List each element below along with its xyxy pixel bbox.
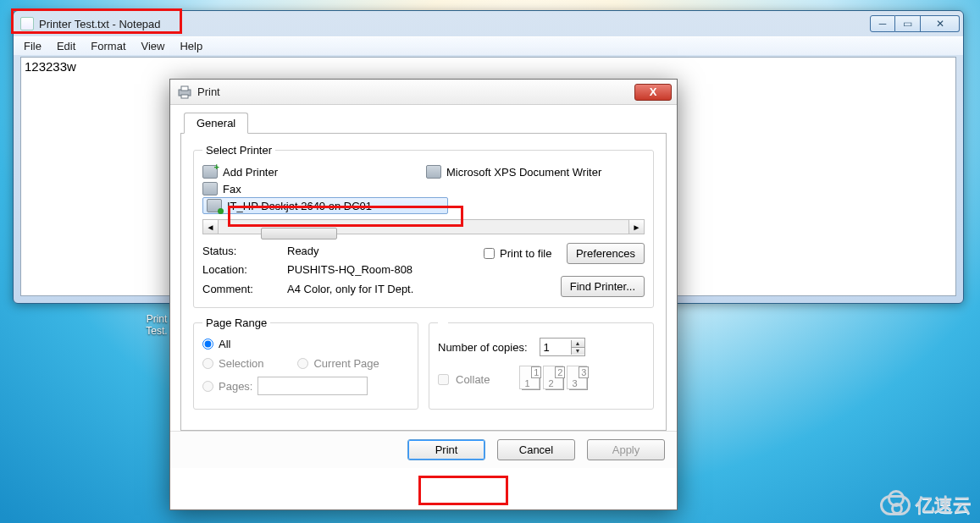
printer-icon (426, 165, 441, 179)
printer-selected[interactable]: IT_HP Deskjet 2640 on DC01 (202, 197, 448, 214)
collate-checkbox (438, 374, 449, 385)
notepad-content: 123233w (25, 59, 76, 74)
label-all: All (219, 338, 230, 350)
group-page-range-legend: Page Range (202, 317, 270, 329)
printer-list-scrollbar[interactable]: ◄ ► (202, 219, 645, 234)
label-selection: Selection (219, 357, 263, 370)
radio-current-page (297, 358, 308, 369)
radio-all-row: All (202, 338, 409, 350)
value-comment: A4 Color, only for IT Dept. (287, 283, 473, 295)
tab-panel-general: Select Printer Add Printer Microsoft XPS… (180, 134, 667, 431)
printer-fax[interactable]: Fax (223, 183, 241, 195)
apply-button: Apply (587, 439, 665, 460)
copies-input[interactable] (540, 339, 571, 355)
svg-rect-2 (181, 95, 188, 98)
svg-rect-1 (181, 86, 188, 91)
radio-pages (202, 381, 213, 392)
preferences-button[interactable]: Preferences (567, 243, 645, 264)
collate-illustration: 11 22 33 (522, 368, 588, 390)
label-copies: Number of copies: (438, 341, 528, 354)
pages-input[interactable] (257, 377, 368, 395)
printer-xps[interactable]: Microsoft XPS Document Writer (446, 166, 601, 179)
scroll-left-icon[interactable]: ◄ (203, 220, 219, 234)
menu-format[interactable]: Format (84, 38, 132, 54)
notepad-menubar: File Edit Format View Help (14, 36, 963, 55)
radio-current-page-row: Current Page (297, 357, 379, 370)
close-button[interactable]: ✕ (921, 15, 960, 32)
label-status: Status: (202, 245, 287, 257)
dialog-action-bar: Print Cancel Apply (170, 431, 677, 468)
label-current-page: Current Page (313, 357, 379, 370)
copies-up-icon[interactable]: ▲ (571, 340, 584, 347)
label-comment: Comment: (202, 283, 287, 295)
label-collate: Collate (456, 373, 490, 386)
print-to-file-checkbox[interactable] (484, 248, 495, 259)
menu-file[interactable]: File (17, 38, 48, 54)
menu-help[interactable]: Help (173, 38, 209, 54)
cloud-icon (880, 495, 911, 515)
radio-all[interactable] (202, 339, 213, 350)
value-status: Ready (287, 245, 473, 257)
notepad-title: Printer Test.txt - Notepad (39, 18, 870, 30)
printer-add[interactable]: Add Printer (223, 166, 278, 179)
radio-pages-row: Pages: (202, 377, 409, 395)
print-dialog-title: Print (197, 85, 634, 98)
group-copies: . Number of copies: ▲ ▼ Col (429, 317, 654, 410)
maximize-button[interactable]: ▭ (895, 15, 921, 32)
watermark-text: 亿速云 (916, 493, 972, 518)
tab-general[interactable]: General (184, 113, 248, 134)
print-button[interactable]: Print (407, 439, 485, 460)
print-dialog: Print X General Select Printer Add Print… (169, 79, 678, 510)
printer-icon (177, 85, 192, 99)
radio-selection (202, 358, 213, 369)
notepad-titlebar[interactable]: Printer Test.txt - Notepad ─ ▭ ✕ (14, 11, 963, 36)
label-print-to-file: Print to file (500, 247, 551, 260)
copies-down-icon[interactable]: ▼ (571, 347, 584, 355)
scroll-right-icon[interactable]: ► (628, 220, 644, 234)
tab-strip: General (180, 112, 667, 134)
minimize-button[interactable]: ─ (870, 15, 895, 32)
group-select-printer-legend: Select Printer (202, 144, 275, 157)
print-dialog-close-button[interactable]: X (634, 84, 672, 101)
menu-edit[interactable]: Edit (50, 38, 82, 54)
label-location: Location: (202, 263, 287, 276)
copies-spinner[interactable]: ▲ ▼ (540, 338, 585, 356)
add-printer-icon (202, 165, 218, 179)
network-printer-icon (207, 199, 222, 212)
group-select-printer: Select Printer Add Printer Microsoft XPS… (193, 144, 654, 308)
find-printer-button[interactable]: Find Printer... (561, 276, 645, 297)
group-page-range: Page Range All Selection Current Page (193, 317, 418, 410)
scroll-thumb[interactable] (261, 228, 337, 239)
print-dialog-titlebar[interactable]: Print X (170, 80, 677, 105)
notepad-icon (20, 17, 34, 30)
radio-selection-row: Selection (202, 357, 263, 370)
annotation-print-button-highlight (418, 476, 508, 505)
cancel-button[interactable]: Cancel (497, 439, 575, 460)
label-pages: Pages: (219, 380, 252, 393)
printer-selected-label: IT_HP Deskjet 2640 on DC01 (227, 200, 372, 212)
menu-view[interactable]: View (135, 38, 172, 54)
watermark: 亿速云 (880, 493, 972, 518)
value-location: PUSHITS-HQ_Room-808 (287, 263, 473, 276)
fax-icon (202, 182, 218, 195)
printer-list[interactable]: Add Printer Microsoft XPS Document Write… (202, 163, 645, 214)
